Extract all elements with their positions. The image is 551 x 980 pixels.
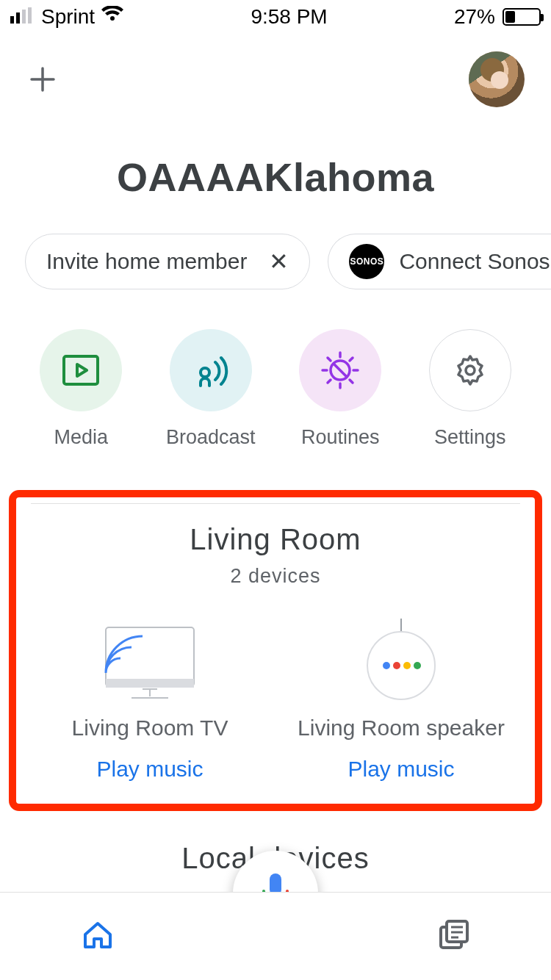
play-box-icon [40, 329, 122, 411]
gear-icon [429, 329, 511, 411]
play-music-link[interactable]: Play music [347, 757, 454, 782]
device-tile-speaker[interactable]: Living Room speaker Play music [284, 614, 519, 782]
svg-line-14 [328, 380, 331, 383]
broadcast-icon [170, 329, 252, 411]
bottom-nav [0, 892, 551, 980]
close-icon[interactable]: ✕ [262, 248, 289, 275]
home-title: OAAAAKlahoma [0, 154, 551, 200]
qa-label: Routines [301, 426, 380, 449]
room-subtitle: 2 devices [28, 565, 523, 588]
app-bar [0, 29, 551, 115]
signal-icon [10, 5, 35, 29]
chromecast-tv-icon [95, 614, 205, 702]
svg-rect-3 [28, 7, 32, 24]
routines-button[interactable]: Routines [281, 329, 399, 449]
feed-icon [436, 918, 470, 952]
svg-point-26 [393, 662, 400, 669]
svg-line-15 [350, 358, 353, 361]
svg-line-7 [334, 364, 347, 377]
svg-point-28 [414, 662, 421, 669]
settings-button[interactable]: Settings [411, 329, 529, 449]
device-name: Living Room speaker [298, 716, 505, 741]
svg-rect-0 [10, 16, 14, 24]
avatar[interactable] [469, 51, 525, 107]
divider [31, 503, 520, 504]
room-card-living-room[interactable]: Living Room 2 devices Living Room TV Pla… [9, 490, 542, 811]
routines-icon [299, 329, 381, 411]
wifi-icon [101, 5, 124, 29]
suggestion-row: Invite home member ✕ SONOS Connect Sonos [0, 200, 551, 289]
add-button[interactable] [26, 63, 59, 96]
svg-point-16 [466, 366, 475, 375]
qa-label: Broadcast [166, 426, 256, 449]
qa-label: Media [54, 426, 108, 449]
chip-label: Invite home member [46, 249, 247, 274]
play-music-link[interactable]: Play music [96, 757, 203, 782]
status-bar: Sprint 9:58 PM 27% [0, 0, 551, 29]
home-icon [81, 918, 115, 952]
svg-rect-4 [64, 356, 98, 384]
invite-home-member-chip[interactable]: Invite home member ✕ [25, 234, 310, 289]
sonos-icon: SONOS [349, 244, 384, 279]
svg-line-13 [350, 380, 353, 383]
svg-rect-2 [22, 10, 26, 24]
room-title: Living Room [28, 523, 523, 556]
device-tile-tv[interactable]: Living Room TV Play music [32, 614, 267, 782]
connect-sonos-chip[interactable]: SONOS Connect Sonos [328, 234, 551, 289]
battery-icon [503, 8, 541, 26]
qa-label: Settings [434, 426, 506, 449]
svg-point-24 [367, 632, 435, 699]
battery-pct-label: 27% [454, 5, 495, 29]
broadcast-button[interactable]: Broadcast [152, 329, 270, 449]
svg-rect-18 [106, 679, 194, 688]
feed-tab[interactable] [436, 918, 470, 955]
google-home-mini-icon [357, 614, 445, 702]
media-button[interactable]: Media [22, 329, 140, 449]
svg-rect-1 [16, 12, 20, 24]
carrier-label: Sprint [41, 5, 95, 29]
quick-action-row: Media Broadcast Routines Settings [0, 289, 551, 449]
chip-label: Connect Sonos [399, 249, 550, 274]
home-tab[interactable] [81, 918, 115, 955]
svg-point-5 [201, 368, 209, 377]
svg-point-27 [403, 662, 411, 669]
svg-point-25 [383, 662, 390, 669]
svg-rect-17 [106, 627, 194, 686]
clock-label: 9:58 PM [251, 5, 327, 29]
device-name: Living Room TV [72, 716, 228, 741]
svg-line-12 [328, 358, 331, 361]
